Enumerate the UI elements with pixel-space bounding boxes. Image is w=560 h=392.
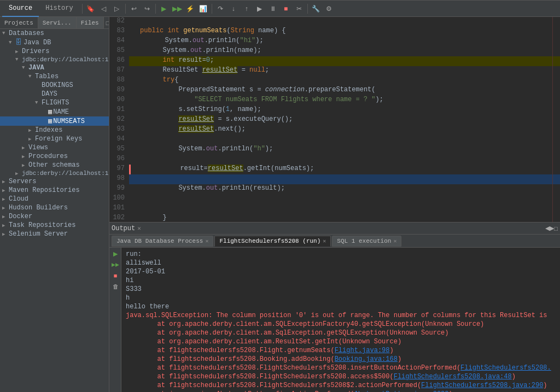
- tree-other-schemas[interactable]: ▶ Other schemas: [0, 161, 109, 169]
- step-over-btn[interactable]: ↷: [214, 3, 226, 15]
- tree-indexes[interactable]: ▶ Indexes: [0, 126, 109, 134]
- apply-patches-btn[interactable]: 🔧: [310, 3, 322, 15]
- tree-numseats-col[interactable]: ▦ NUMSEATS: [0, 116, 109, 126]
- booking-link[interactable]: Booking.java:168: [335, 355, 398, 363]
- output-tab-run[interactable]: FlightSchedulersfs5208 (run) ✕: [214, 236, 331, 247]
- toolbar-sep-4: [212, 4, 212, 14]
- tree-servers[interactable]: ▶ Servers: [0, 177, 109, 186]
- output-line-err5: at flightschedulersfs5208.Booking.addBoo…: [126, 355, 556, 364]
- step-into-btn[interactable]: ↓: [228, 3, 240, 15]
- other-schemas-label: Other schemas: [28, 161, 80, 169]
- output-line-err1: at org.apache.derby.client.am.SQLExcepti…: [126, 320, 556, 329]
- stop-btn[interactable]: ■: [280, 3, 292, 15]
- run-again-btn[interactable]: ▶: [110, 249, 120, 259]
- toggle-bookmark-btn[interactable]: 🔖: [85, 3, 97, 15]
- output-tab-sql[interactable]: SQL 1 execution ✕: [332, 236, 401, 247]
- run-tab-close[interactable]: ✕: [323, 238, 326, 244]
- output-scroll-left[interactable]: ◀: [545, 225, 550, 232]
- sidebar-tab-files[interactable]: Files: [77, 17, 104, 28]
- code-line-101: 101: [109, 204, 560, 214]
- tree-drivers[interactable]: ▶ Drivers: [0, 47, 109, 56]
- tree-maven[interactable]: ▶ Maven Repositories: [0, 186, 109, 195]
- code-editor[interactable]: 82 83 public int getnumSeats(String name…: [109, 17, 560, 222]
- code-line-97: 97 result=resultSet.getInt(numSeats);: [109, 165, 560, 174]
- javadb-process-label: Java DB Database Process: [116, 238, 203, 244]
- tree-bookings[interactable]: BOOKINGS: [0, 81, 109, 90]
- output-maximize[interactable]: □: [554, 225, 558, 232]
- name-col-label: NAME: [53, 108, 69, 116]
- run-tab-label: FlightSchedulersfs5208 (run): [219, 238, 320, 244]
- code-line-84: 84 System.out.println("hi");: [109, 37, 560, 46]
- scheduler-link3[interactable]: FlightSchedulersfs5208.java:290: [421, 382, 543, 389]
- sidebar-tab-services[interactable]: Servi...: [38, 17, 77, 28]
- tree-databases[interactable]: ▼ Databases: [0, 29, 109, 38]
- output-line-s333: S333: [126, 285, 556, 294]
- tree-jdbc-samp[interactable]: ▶ jdbc:derby://localhost:1527/samp: [0, 169, 109, 177]
- scheduler-link1[interactable]: FlightSchedulersfs5208.: [460, 364, 551, 372]
- code-line-87: 87 ResultSet resultSet = null;: [109, 66, 560, 76]
- step-out-btn[interactable]: ↑: [241, 3, 253, 15]
- stop-output-btn[interactable]: ■: [110, 271, 120, 280]
- output-close-btn[interactable]: ✕: [137, 225, 141, 232]
- tree-task-repos[interactable]: ▶ Task Repositories: [0, 221, 109, 230]
- task-repos-arrow: ▶: [2, 223, 9, 229]
- settings-btn[interactable]: ⚙: [323, 3, 335, 15]
- tree-name-col[interactable]: ▦ NAME: [0, 107, 109, 116]
- numseats-arrow: [42, 119, 48, 124]
- scheduler-link2[interactable]: FlightSchedulersfs5208.java:48: [394, 373, 512, 381]
- output-line-err4: at flightschedulersfs5208.Flight.getnumS…: [126, 346, 556, 355]
- tree-foreign-keys[interactable]: ▶ Foreign Keys: [0, 134, 109, 143]
- javadb-tab-close[interactable]: ✕: [205, 238, 208, 244]
- output-text-content[interactable]: run: alliswell 2017-05-01 hi S333 h hell…: [121, 248, 560, 392]
- pause-btn[interactable]: ⏸: [267, 3, 279, 15]
- tables-label: Tables: [35, 73, 59, 80]
- tree-views[interactable]: ▶ Views: [0, 143, 109, 152]
- days-arrow: [35, 91, 42, 97]
- servers-label: Servers: [9, 178, 36, 185]
- source-tab[interactable]: Source: [2, 1, 39, 17]
- undo-btn[interactable]: ↩: [128, 3, 140, 15]
- drivers-label: Drivers: [22, 48, 49, 55]
- debug-again-btn[interactable]: ▶▶: [110, 260, 120, 270]
- prev-btn[interactable]: ◁: [98, 3, 110, 15]
- sql-tab-label: SQL 1 execution: [337, 238, 391, 244]
- test-btn[interactable]: ⚡: [184, 3, 196, 15]
- output-line-hi: hi: [126, 276, 556, 285]
- continue-btn[interactable]: ▶: [254, 3, 266, 15]
- run-btn[interactable]: ▶: [158, 3, 170, 15]
- clear-output-btn[interactable]: 🗑: [110, 282, 120, 291]
- tree-tables[interactable]: ▼ Tables: [0, 72, 109, 81]
- sql-tab-close[interactable]: ✕: [393, 238, 396, 244]
- fk-label: Foreign Keys: [35, 135, 82, 143]
- output-line-err3: at org.apache.derby.client.am.ResultSet.…: [126, 337, 556, 346]
- output-line-err8: at flightschedulersfs5208.FlightSchedule…: [126, 381, 556, 390]
- disconnect-btn[interactable]: ✂: [293, 3, 305, 15]
- numseats-label: NUMSEATS: [53, 118, 85, 125]
- output-line-run: run:: [126, 250, 556, 259]
- redo-btn[interactable]: ↪: [141, 3, 153, 15]
- profile-btn[interactable]: 📊: [197, 3, 209, 15]
- output-line-err2: at org.apache.derby.client.am.SqlExcepti…: [126, 329, 556, 337]
- tree-hudson[interactable]: ▶ Hudson Builders: [0, 203, 109, 212]
- sidebar: Projects Servi... Files □ ▼ Databases ▼ …: [0, 17, 109, 392]
- tree-selenium[interactable]: ▶ Selenium Server: [0, 230, 109, 238]
- next-btn[interactable]: ▷: [111, 3, 123, 15]
- output-tab-javadb[interactable]: Java DB Database Process ✕: [112, 236, 213, 247]
- tree-procedures[interactable]: ▶ Procedures: [0, 152, 109, 161]
- tree-jdbc-conn[interactable]: ▼ jdbc:derby://localhost:1527/Flights: [0, 56, 109, 63]
- tree-flights[interactable]: ▼ FLIGHTS: [0, 98, 109, 107]
- tree-cloud[interactable]: ▶ Cloud: [0, 195, 109, 203]
- tree-java-db[interactable]: ▼ 🗄 Java DB: [0, 38, 109, 47]
- other-schemas-arrow: ▶: [22, 162, 28, 168]
- code-line-88: 88 try{: [109, 76, 560, 86]
- sidebar-minimize[interactable]: □: [104, 17, 109, 28]
- debug-btn[interactable]: ▶▶: [171, 3, 183, 15]
- tree-days[interactable]: DAYS: [0, 90, 109, 98]
- code-line-91: 91 s.setString(1, name);: [109, 106, 560, 115]
- tree-java-schema[interactable]: ▼ JAVA: [0, 63, 109, 72]
- sidebar-tab-projects[interactable]: Projects: [0, 17, 38, 28]
- history-tab[interactable]: History: [39, 1, 79, 17]
- flight-link[interactable]: Flight.java:98: [335, 347, 390, 354]
- output-scroll-right[interactable]: ▶: [550, 225, 554, 232]
- tree-docker[interactable]: ▶ Docker: [0, 212, 109, 221]
